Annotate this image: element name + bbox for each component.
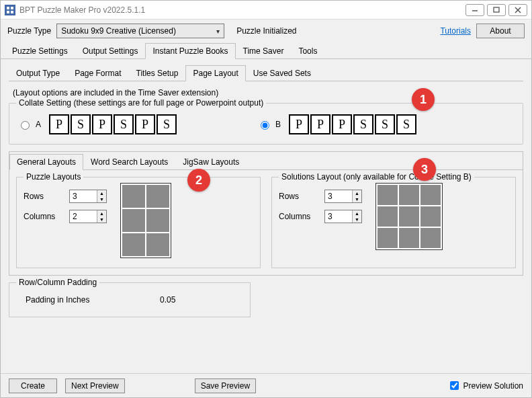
grid-cell [146, 209, 169, 232]
maximize-button[interactable] [487, 4, 506, 16]
layout-tab-word-search-layouts[interactable]: Word Search Layouts [83, 154, 175, 170]
arrow-up-icon[interactable]: ▲ [353, 190, 361, 196]
app-icon [5, 5, 15, 15]
grid-cell [122, 209, 145, 232]
sub-tab-use-saved-sets[interactable]: Use Saved Sets [246, 65, 318, 81]
sequence-box: S [396, 114, 416, 134]
collate-b-label: B [275, 120, 281, 129]
sequence-box: S [157, 114, 177, 134]
collate-b-radio[interactable] [261, 121, 269, 130]
arrow-up-icon[interactable]: ▲ [97, 190, 106, 196]
collate-a-label: A [36, 120, 41, 129]
minimize-button[interactable] [466, 4, 484, 16]
create-button[interactable]: Create [9, 379, 57, 393]
padding-value: 0.05 [160, 295, 175, 305]
padding-legend: Row/Column Padding [16, 278, 99, 287]
padding-label: Padding in Inches [26, 295, 160, 305]
sequence-box: P [49, 114, 69, 134]
sequence-box: P [289, 114, 309, 134]
main-tab-instant-puzzle-books[interactable]: Instant Puzzle Books [145, 43, 235, 59]
grid-cell [399, 228, 419, 248]
sub-tab-titles-setup[interactable]: Titles Setup [129, 65, 186, 81]
layout-tab-general-layouts[interactable]: General Layouts [9, 154, 83, 170]
preview-solution-checkbox[interactable] [450, 381, 459, 390]
next-preview-button[interactable]: Next Preview [65, 379, 125, 393]
svg-rect-0 [5, 5, 15, 15]
grid-cell [378, 185, 398, 205]
layout-tabs-host: General LayoutsWord Search LayoutsJigSaw… [9, 151, 523, 276]
main-tab-time-saver[interactable]: Time Saver [236, 43, 292, 59]
puzzle-rows-spinner[interactable]: 3 ▲▼ [69, 190, 107, 203]
title-bar: BPT Puzzle Maker Pro v2022.5.1.1 [1, 1, 531, 19]
layout-tab-jigsaw-layouts[interactable]: JigSaw Layouts [175, 154, 247, 170]
main-tab-output-settings[interactable]: Output Settings [75, 43, 146, 59]
grid-cell [399, 185, 419, 205]
main-tabstrip: Puzzle SettingsOutput SettingsInstant Pu… [1, 42, 531, 59]
arrow-down-icon[interactable]: ▼ [97, 196, 106, 202]
grid-cell [420, 206, 441, 227]
svg-rect-4 [11, 11, 13, 13]
arrow-up-icon[interactable]: ▲ [353, 210, 361, 216]
svg-rect-1 [7, 7, 9, 9]
grid-cell [378, 206, 398, 227]
arrow-up-icon[interactable]: ▲ [97, 210, 106, 216]
collate-legend: Collate Setting (these settings are for … [16, 98, 266, 108]
annotation-1: 1 [412, 88, 435, 111]
sub-tab-page-layout[interactable]: Page Layout [185, 65, 245, 81]
padding-group: Row/Column Padding Padding in Inches 0.0… [9, 282, 251, 317]
grid-cell [420, 185, 441, 205]
grid-cell [146, 233, 169, 256]
grid-cell [122, 233, 145, 256]
solutions-cols-spinner[interactable]: 3 ▲▼ [324, 210, 362, 223]
grid-cell [146, 185, 169, 208]
sequence-box: P [92, 114, 112, 134]
sequence-box: S [71, 114, 91, 134]
main-tab-puzzle-settings[interactable]: Puzzle Settings [5, 43, 75, 59]
window-title: BPT Puzzle Maker Pro v2022.5.1.1 [19, 5, 466, 15]
sequence-box: S [375, 114, 395, 134]
layout-tabstrip: General LayoutsWord Search LayoutsJigSaw… [9, 153, 523, 170]
grid-cell [399, 206, 419, 227]
solutions-rows-spinner[interactable]: 3 ▲▼ [324, 190, 362, 203]
chevron-down-icon: ▾ [216, 28, 220, 35]
annotation-2: 2 [187, 169, 210, 192]
sub-tabstrip: Output TypePage FormatTitles SetupPage L… [9, 65, 523, 81]
sequence-box: P [332, 114, 352, 134]
grid-cell [378, 228, 398, 248]
puzzle-status: Puzzle Initialized [236, 26, 296, 36]
solutions-grid-preview [375, 183, 443, 250]
arrow-down-icon[interactable]: ▼ [353, 196, 361, 202]
collate-group: Collate Setting (these settings are for … [9, 103, 523, 145]
about-button[interactable]: About [476, 24, 525, 38]
preview-solution-check[interactable]: Preview Solution [447, 379, 523, 392]
collate-a-radio[interactable] [21, 121, 30, 130]
grid-cell [122, 185, 145, 208]
main-tab-tools[interactable]: Tools [291, 43, 324, 59]
collate-b-sequence: PPPSSS [289, 114, 416, 134]
svg-rect-2 [11, 7, 13, 9]
puzzle-type-label: Puzzle Type [7, 26, 51, 36]
solutions-layout-panel: Solutions Layout (only available for Col… [271, 177, 516, 268]
svg-rect-3 [7, 11, 9, 13]
svg-rect-6 [494, 7, 499, 12]
close-button[interactable] [508, 4, 527, 16]
sequence-box: P [310, 114, 330, 134]
puzzle-type-combo[interactable]: Sudoku 9x9 Creative (Licensed) ▾ [56, 24, 224, 38]
tutorials-link[interactable]: Tutorials [440, 26, 471, 36]
puzzle-layout-legend: Puzzle Layouts [24, 172, 83, 182]
sub-tab-page-format[interactable]: Page Format [67, 65, 128, 81]
puzzle-cols-spinner[interactable]: 2 ▲▼ [69, 210, 107, 223]
save-preview-button[interactable]: Save Preview [195, 379, 256, 393]
sequence-box: S [114, 114, 134, 134]
puzzle-type-value: Sudoku 9x9 Creative (Licensed) [61, 26, 176, 36]
annotation-3: 3 [413, 158, 436, 181]
collate-a-sequence: PSPSPS [49, 114, 177, 134]
layout-note: (Layout options are included in the Time… [13, 88, 523, 97]
solutions-layout-legend: Solutions Layout (only available for Col… [279, 172, 474, 182]
sequence-box: S [353, 114, 373, 134]
sub-tab-output-type[interactable]: Output Type [9, 65, 67, 81]
puzzle-layout-panel: Puzzle Layouts Rows 3 ▲▼ Colu [16, 177, 261, 268]
arrow-down-icon[interactable]: ▼ [353, 216, 361, 223]
arrow-down-icon[interactable]: ▼ [97, 216, 106, 223]
puzzle-grid-preview [120, 183, 171, 258]
